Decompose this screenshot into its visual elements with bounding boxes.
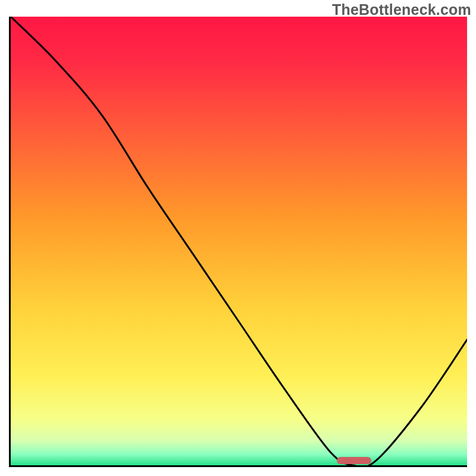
bottleneck-curve <box>11 17 467 465</box>
stage: TheBottleneck.com <box>0 0 476 476</box>
optimal-marker <box>337 457 371 464</box>
watermark-text: TheBottleneck.com <box>332 1 471 18</box>
curve-layer <box>11 17 467 465</box>
